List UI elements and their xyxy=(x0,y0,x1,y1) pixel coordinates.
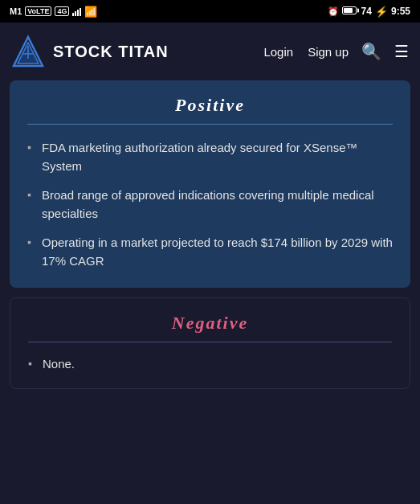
list-item: FDA marketing authorization already secu… xyxy=(27,139,393,175)
login-link[interactable]: Login xyxy=(263,45,293,59)
status-bar: M1 VoLTE 4G 📶 ⏰ 74 ⚡ 9:55 xyxy=(0,0,420,23)
negative-none-text: None. xyxy=(28,357,392,371)
battery-level: 74 xyxy=(342,6,372,17)
positive-divider xyxy=(27,124,393,125)
status-right: ⏰ 74 ⚡ 9:55 xyxy=(328,6,410,18)
logo-container: STOCK TITAN xyxy=(11,35,263,68)
logo-icon xyxy=(11,35,45,68)
signup-link[interactable]: Sign up xyxy=(308,45,349,59)
alarm-icon: ⏰ xyxy=(328,6,339,17)
nav-icons: 🔍 ☰ xyxy=(361,42,409,61)
search-icon: 🔍 xyxy=(361,42,381,61)
negative-title: Negative xyxy=(28,313,392,334)
positive-title: Positive xyxy=(27,95,393,116)
list-item: Operating in a market projected to reach… xyxy=(27,234,393,270)
positive-list: FDA marketing authorization already secu… xyxy=(27,139,393,270)
menu-button[interactable]: ☰ xyxy=(394,42,409,61)
list-item: Broad range of approved indications cove… xyxy=(27,186,393,223)
positive-card: Positive FDA marketing authorization alr… xyxy=(10,80,410,288)
hamburger-icon: ☰ xyxy=(394,42,409,61)
content-area: Positive FDA marketing authorization alr… xyxy=(0,80,420,399)
signal-icon xyxy=(72,6,81,16)
time-display: 9:55 xyxy=(391,6,410,17)
charging-icon: ⚡ xyxy=(375,6,388,18)
volte-badge: VoLTE xyxy=(25,6,51,16)
navbar: STOCK TITAN Login Sign up 🔍 ☰ xyxy=(0,23,420,80)
status-left: M1 VoLTE 4G 📶 xyxy=(10,6,97,18)
negative-card: Negative None. xyxy=(10,297,410,389)
4g-badge: 4G xyxy=(55,6,69,16)
logo-text: STOCK TITAN xyxy=(53,43,169,61)
nav-links: Login Sign up xyxy=(263,45,349,59)
carrier-text: M1 xyxy=(10,6,22,16)
negative-divider xyxy=(28,342,392,342)
search-button[interactable]: 🔍 xyxy=(361,42,381,61)
wifi-icon: 📶 xyxy=(84,6,97,18)
